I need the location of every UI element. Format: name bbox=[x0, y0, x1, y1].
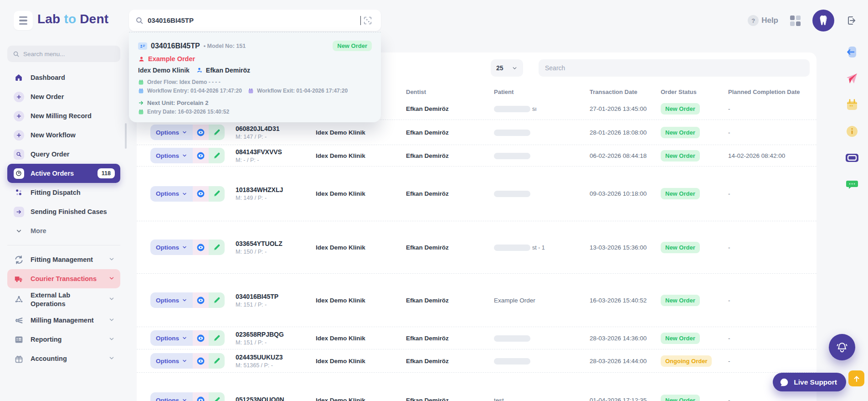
notifications-button[interactable] bbox=[829, 334, 855, 360]
edit-button[interactable] bbox=[209, 392, 225, 401]
sidebar-search-input[interactable] bbox=[23, 51, 115, 57]
view-button[interactable] bbox=[193, 148, 209, 163]
info-icon[interactable] bbox=[845, 124, 859, 139]
edit-button[interactable] bbox=[209, 292, 225, 308]
edit-button[interactable] bbox=[209, 353, 225, 369]
sidebar-item-active-orders[interactable]: Active Orders118 bbox=[7, 164, 120, 183]
table-search[interactable] bbox=[539, 59, 810, 77]
chat-icon[interactable] bbox=[845, 177, 859, 192]
table-row[interactable]: Options 034016BI45TP M: 151 / P: - Idex … bbox=[137, 274, 817, 327]
table-row[interactable]: Options 024435UUKUZ3 M: 51365 / P: - Ide… bbox=[137, 349, 817, 373]
search-result-dropdown[interactable]: 034016BI45TP • Model No: 151 New Order E… bbox=[129, 32, 381, 122]
edit-button[interactable] bbox=[209, 148, 225, 163]
live-support-button[interactable]: Live Support bbox=[773, 373, 846, 391]
global-search-input[interactable] bbox=[148, 16, 361, 24]
options-button[interactable]: Options bbox=[150, 148, 193, 163]
view-button[interactable] bbox=[193, 125, 209, 140]
scroll-top-button[interactable] bbox=[848, 370, 864, 386]
edit-button[interactable] bbox=[209, 125, 225, 140]
options-button[interactable]: Options bbox=[150, 292, 193, 308]
help-label: Help bbox=[761, 16, 778, 25]
table-row[interactable]: Options 033654YTUOLZ M: 150 / P: - Idex … bbox=[137, 221, 817, 274]
sidebar-item-dashboard[interactable]: Dashboard bbox=[7, 68, 120, 87]
sidebar-item-query-order[interactable]: Query Order bbox=[7, 145, 120, 164]
send-plane-icon[interactable] bbox=[845, 71, 859, 86]
view-button[interactable] bbox=[193, 330, 209, 346]
sidebar-group-courier-transactions[interactable]: Courier Transactions bbox=[7, 269, 120, 288]
chevron-down-icon bbox=[182, 245, 187, 250]
table-row[interactable]: Options 101834WHZXLJ M: 149 / P: - Idex … bbox=[137, 167, 817, 221]
sidebar-item-new-order[interactable]: New Order bbox=[7, 87, 120, 106]
view-button[interactable] bbox=[193, 392, 209, 401]
chevron-down-icon bbox=[108, 296, 115, 303]
order-number[interactable]: 033654YTUOLZ bbox=[236, 240, 316, 247]
sidebar-item-new-workflow[interactable]: New Workflow bbox=[7, 125, 120, 145]
app-logo[interactable]: Lab to Dent bbox=[37, 12, 108, 26]
table-row[interactable]: Options 084143FVXVVS M: - / P: - Idex De… bbox=[137, 145, 817, 167]
edit-button[interactable] bbox=[209, 186, 225, 202]
result-workflow-exit: Workflow Exit: 01-04-2026 17:47:20 bbox=[257, 88, 348, 94]
sidebar-group-fitting-management[interactable]: Fitting Management bbox=[7, 250, 120, 269]
logout-icon[interactable] bbox=[846, 15, 857, 26]
sidebar-item-label: New Milling Record bbox=[31, 112, 92, 120]
planned-completion-cell: - bbox=[728, 358, 812, 365]
view-button[interactable] bbox=[193, 186, 209, 202]
order-number[interactable]: 024435UUKUZ3 bbox=[236, 354, 316, 361]
planned-completion-cell: - bbox=[728, 335, 812, 342]
table-row[interactable]: Options 060820JL4D31 M: 147 / P: - Idex … bbox=[137, 120, 817, 145]
apps-grid-icon[interactable] bbox=[790, 16, 801, 26]
sidebar-item-label: Query Order bbox=[31, 151, 69, 158]
col-header-planned-completion[interactable]: Planned Completion Date bbox=[728, 89, 812, 95]
sidebar-group-accounting[interactable]: Accounting bbox=[7, 349, 120, 369]
help-button[interactable]: ? Help bbox=[748, 15, 778, 26]
sidebar-item-sending-finished-cases[interactable]: Sending Finished Cases bbox=[7, 202, 120, 221]
result-model-no: • Model No: 151 bbox=[204, 43, 246, 49]
table-row[interactable]: Options 051253NOUO0N Idex Demo Klinik Ef… bbox=[137, 373, 817, 401]
sidebar-nav: DashboardNew OrderNew Milling RecordNew … bbox=[0, 68, 128, 240]
user-avatar[interactable] bbox=[812, 10, 834, 31]
edit-button[interactable] bbox=[209, 330, 225, 346]
options-button[interactable]: Options bbox=[150, 125, 193, 140]
options-button[interactable]: Options bbox=[150, 330, 193, 346]
col-header-order-status[interactable]: Order Status bbox=[661, 89, 728, 95]
order-number[interactable]: 034016BI45TP bbox=[236, 293, 316, 300]
table-row[interactable]: Options 023658RPJBQG M: 151 / P: - Idex … bbox=[137, 327, 817, 349]
col-header-transaction-date[interactable]: Transaction Date bbox=[590, 89, 661, 95]
view-button[interactable] bbox=[193, 353, 209, 369]
options-button[interactable]: Options bbox=[150, 240, 193, 255]
sidebar-search[interactable] bbox=[7, 46, 120, 62]
view-button[interactable] bbox=[193, 240, 209, 255]
sidebar-scrollbar[interactable] bbox=[125, 123, 127, 149]
sidebar-group-milling-management[interactable]: Milling Management bbox=[7, 311, 120, 330]
order-number[interactable]: 101834WHZXLJ bbox=[236, 186, 316, 193]
patient-icon bbox=[138, 56, 145, 62]
table-search-input[interactable] bbox=[545, 64, 803, 72]
order-number[interactable]: 084143FVXVVS bbox=[236, 148, 316, 156]
sidebar-group-external-lab-operations[interactable]: External Lab Operations bbox=[7, 288, 120, 311]
view-button[interactable] bbox=[193, 292, 209, 308]
menu-toggle-button[interactable] bbox=[14, 11, 33, 30]
sidebar-item-fitting-dispatch[interactable]: Fitting Dispatch bbox=[7, 183, 120, 202]
chevron-down-icon bbox=[15, 228, 22, 234]
edit-button[interactable] bbox=[209, 240, 225, 255]
global-search-bar[interactable] bbox=[129, 10, 381, 31]
options-button[interactable]: Options bbox=[150, 392, 193, 401]
row-actions: Options bbox=[150, 125, 225, 140]
col-header-dentist[interactable]: Dentist bbox=[406, 89, 494, 95]
page-size-select[interactable]: 25 bbox=[491, 59, 523, 77]
sidebar-item-more[interactable]: More bbox=[7, 221, 120, 240]
accounting-icon bbox=[14, 354, 24, 364]
collapse-back-icon[interactable] bbox=[845, 45, 859, 59]
calendar-rail-icon[interactable] bbox=[845, 98, 859, 112]
options-button[interactable]: Options bbox=[150, 186, 193, 202]
order-meta: M: 150 / P: - bbox=[236, 249, 316, 255]
qr-scan-icon[interactable] bbox=[361, 14, 375, 27]
sidebar-item-new-milling-record[interactable]: New Milling Record bbox=[7, 106, 120, 125]
order-number[interactable]: 023658RPJBQG bbox=[236, 331, 316, 338]
sidebar-group-reporting[interactable]: Reporting bbox=[7, 330, 120, 349]
col-header-patient[interactable]: Patient bbox=[494, 89, 590, 95]
ticket-icon[interactable] bbox=[845, 151, 859, 165]
options-button[interactable]: Options bbox=[150, 353, 193, 369]
order-number[interactable]: 051253NOUO0N bbox=[236, 396, 316, 401]
order-number[interactable]: 060820JL4D31 bbox=[236, 125, 316, 132]
